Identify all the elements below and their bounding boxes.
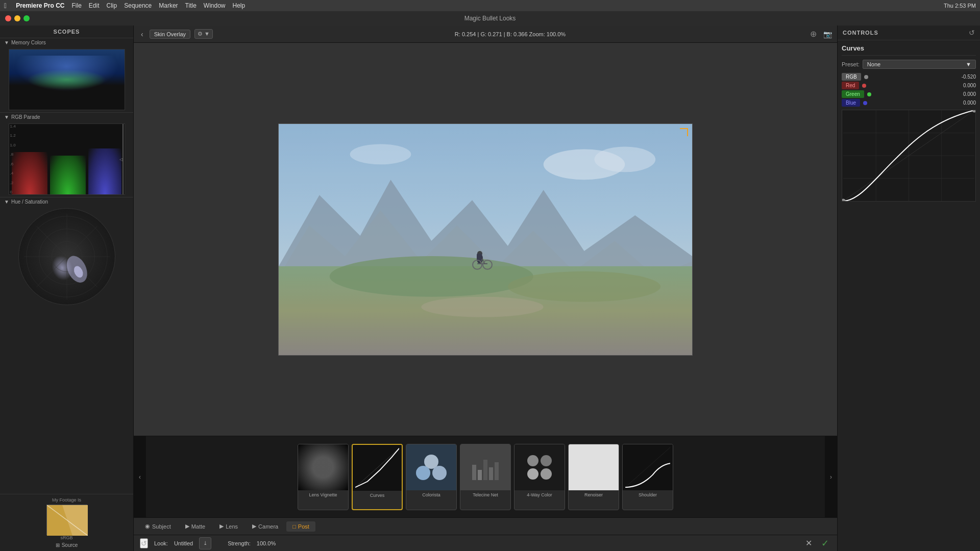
curves-thumb bbox=[353, 445, 402, 491]
menu-window[interactable]: Window bbox=[204, 2, 226, 9]
toggle-arrow-icon: ▼ bbox=[4, 40, 9, 45]
green-channel-row: Green 0.000 bbox=[842, 90, 976, 98]
subject-tab-icon: ◉ bbox=[145, 523, 150, 530]
rgb-parade-section: ▼ RGB Parade 1.4 1.2 1.0 .8 .6 .4 .2 0 bbox=[0, 112, 133, 197]
camera-tab-label: Camera bbox=[258, 523, 278, 530]
curves-section-title: Curves bbox=[842, 44, 976, 56]
cancel-button[interactable]: ✕ bbox=[802, 537, 815, 549]
parade-blue-channel bbox=[88, 148, 121, 194]
hue-sat-display bbox=[18, 208, 115, 305]
maximize-button[interactable] bbox=[23, 15, 30, 21]
filmstrip-item-4way[interactable]: 4-Way Color bbox=[514, 444, 565, 510]
source-icon: ⊞ bbox=[56, 542, 60, 548]
controls-panel: CONTROLS ↺ Curves Preset: None ▼ RGB -0. bbox=[837, 26, 980, 551]
rgb-parade-toggle[interactable]: ▼ RGB Parade bbox=[0, 113, 133, 121]
filmstrip-item-curves[interactable]: Curves bbox=[352, 444, 403, 510]
scopes-title: SCOPES bbox=[0, 26, 133, 38]
controls-reset-button[interactable]: ↺ bbox=[969, 29, 975, 37]
settings-button[interactable]: ⚙ ▼ bbox=[194, 29, 213, 39]
svg-line-31 bbox=[355, 448, 399, 487]
green-channel-button[interactable]: Green bbox=[842, 90, 864, 98]
look-value: Untitled bbox=[174, 540, 193, 546]
menu-title[interactable]: Title bbox=[185, 2, 197, 9]
look-label: Look: bbox=[154, 540, 168, 546]
renoiser-label: Renoiser bbox=[583, 490, 604, 497]
scene-svg bbox=[279, 124, 692, 355]
menu-clip[interactable]: Clip bbox=[107, 2, 117, 9]
save-button[interactable]: ⤓ bbox=[199, 537, 211, 549]
filmstrip-nav-left[interactable]: ‹ bbox=[134, 436, 146, 517]
status-right: ✕ ✓ bbox=[802, 537, 831, 549]
red-channel-row: Red 0.000 bbox=[842, 82, 976, 89]
compare-button[interactable]: ⊕ bbox=[807, 28, 819, 40]
blue-channel-row: Blue 0.000 bbox=[842, 99, 976, 107]
curves-graph[interactable] bbox=[842, 110, 976, 202]
parade-marker bbox=[122, 124, 124, 194]
preset-value: None bbox=[867, 61, 880, 67]
filmstrip-item-lens-vignette[interactable]: Lens Vignette bbox=[298, 444, 349, 510]
menu-time: Thu 2:53 PM bbox=[944, 3, 976, 9]
window-title: Magic Bullet Looks bbox=[464, 15, 516, 22]
memory-colors-toggle[interactable]: ▼ Memory Colors bbox=[0, 38, 133, 47]
filmstrip-item-renoiser[interactable]: Renoiser bbox=[568, 444, 619, 510]
source-button[interactable]: ⊞ Source bbox=[56, 542, 78, 548]
close-button[interactable] bbox=[5, 15, 11, 21]
blue-value: 0.000 bbox=[963, 100, 976, 106]
rgb-channel-row: RGB -0.520 bbox=[842, 73, 976, 81]
tab-post[interactable]: □ Post bbox=[286, 521, 315, 532]
overlay-dropdown[interactable]: Skin Overlay bbox=[150, 30, 190, 39]
strength-value: 100.0% bbox=[257, 540, 276, 546]
hue-sat-grid bbox=[19, 209, 115, 305]
my-footage-label: My Footage Is bbox=[52, 497, 81, 503]
rgb-dot bbox=[864, 75, 868, 79]
tab-camera[interactable]: ▶ Camera bbox=[246, 521, 284, 532]
menubar:  Premiere Pro CC File Edit Clip Sequenc… bbox=[0, 0, 980, 11]
hue-sat-toggle[interactable]: ▼ Hue / Saturation bbox=[0, 197, 133, 206]
nav-back-button[interactable]: ‹ bbox=[139, 29, 145, 39]
curves-preset-row: Preset: None ▼ bbox=[842, 60, 976, 69]
curves-thumb-svg bbox=[355, 447, 399, 488]
rgb-value: -0.520 bbox=[962, 74, 976, 80]
tab-subject[interactable]: ◉ Subject bbox=[139, 521, 177, 532]
snapshot-button[interactable]: 📷 bbox=[823, 30, 832, 38]
preset-dropdown[interactable]: None ▼ bbox=[863, 60, 976, 69]
preset-dropdown-arrow-icon: ▼ bbox=[966, 61, 971, 67]
rgb-channel-button[interactable]: RGB bbox=[842, 73, 861, 81]
filmstrip-item-telecine[interactable]: Telecine Net bbox=[460, 444, 511, 510]
rgb-parade-display: 1.4 1.2 1.0 .8 .6 .4 .2 0 ◁ bbox=[9, 123, 125, 195]
channel-controls: RGB -0.520 Red 0.000 Green 0.000 bbox=[842, 73, 976, 107]
menu-file[interactable]: File bbox=[72, 2, 82, 9]
source-thumbnail bbox=[46, 505, 87, 535]
curves-graph-svg bbox=[842, 110, 975, 201]
memory-colors-section: ▼ Memory Colors bbox=[0, 38, 133, 112]
red-channel-button[interactable]: Red bbox=[842, 82, 859, 89]
tab-matte[interactable]: ▶ Matte bbox=[179, 521, 212, 532]
status-bar: ↺ Look: Untitled ⤓ Strength: 100.0% ✕ ✓ bbox=[134, 535, 837, 551]
lens-vignette-thumb bbox=[298, 444, 348, 490]
toggle-arrow-icon2: ▼ bbox=[4, 114, 9, 120]
filmstrip-item-colorista[interactable]: Colorista bbox=[406, 444, 457, 510]
app-name[interactable]: Premiere Pro CC bbox=[16, 2, 64, 9]
renoiser-thumb bbox=[569, 444, 619, 490]
menu-help[interactable]: Help bbox=[233, 2, 246, 9]
tab-lens[interactable]: ▶ Lens bbox=[213, 521, 244, 532]
matte-tab-label: Matte bbox=[191, 523, 206, 530]
strength-label: Strength: bbox=[228, 540, 251, 546]
parade-green-channel bbox=[50, 156, 86, 194]
apple-menu[interactable]:  bbox=[4, 2, 7, 10]
undo-button[interactable]: ↺ bbox=[140, 538, 148, 548]
menu-edit[interactable]: Edit bbox=[89, 2, 100, 9]
controls-header: CONTROLS ↺ bbox=[838, 26, 980, 40]
colorista-label: Colorista bbox=[421, 490, 442, 497]
shoulder-thumb bbox=[623, 444, 673, 490]
menu-sequence[interactable]: Sequence bbox=[124, 2, 152, 9]
filmstrip-item-shoulder[interactable]: Shoulder bbox=[622, 444, 673, 510]
filmstrip-nav-right[interactable]: › bbox=[825, 436, 837, 517]
blue-channel-button[interactable]: Blue bbox=[842, 99, 860, 107]
menu-marker[interactable]: Marker bbox=[159, 2, 178, 9]
red-dot bbox=[862, 84, 866, 88]
minimize-button[interactable] bbox=[14, 15, 20, 21]
preset-label: Preset: bbox=[842, 61, 860, 67]
memory-colors-label: Memory Colors bbox=[11, 40, 46, 45]
confirm-button[interactable]: ✓ bbox=[819, 537, 831, 549]
